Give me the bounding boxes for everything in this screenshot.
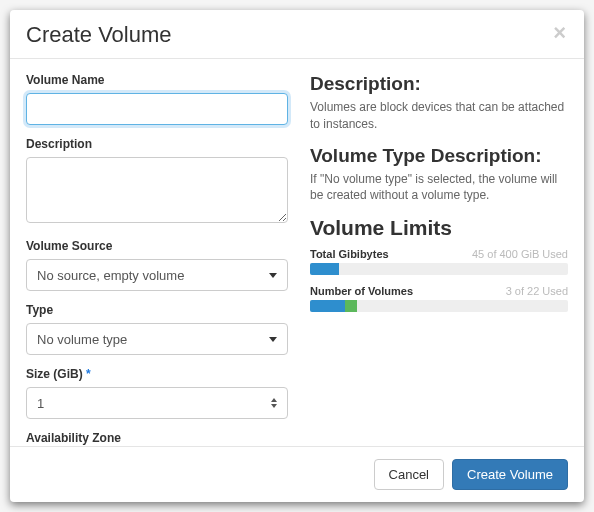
volume-source-label: Volume Source (26, 239, 288, 253)
volume-source-select[interactable]: No source, empty volume (26, 259, 288, 291)
description-textarea[interactable] (26, 157, 288, 223)
close-icon[interactable]: × (551, 22, 568, 44)
volume-source-value: No source, empty volume (37, 268, 184, 283)
number-volumes-label: Number of Volumes (310, 285, 413, 297)
required-mark: * (86, 367, 91, 381)
description-group: Description (26, 137, 288, 227)
dialog-footer: Cancel Create Volume (10, 446, 584, 502)
volume-name-label: Volume Name (26, 73, 288, 87)
volume-name-input[interactable] (26, 93, 288, 125)
caret-down-icon (269, 273, 277, 278)
availability-zone-group: Availability Zone nova (26, 431, 288, 446)
dialog-body: Volume Name Description Volume Source No… (10, 59, 584, 446)
total-gibibytes-bar (310, 263, 568, 275)
number-volumes-bar (310, 300, 568, 312)
caret-down-icon (269, 337, 277, 342)
description-heading: Description: (310, 73, 568, 95)
type-desc-heading: Volume Type Description: (310, 145, 568, 167)
volume-name-group: Volume Name (26, 73, 288, 125)
size-group: Size (GiB) * 1 (26, 367, 288, 419)
create-volume-button[interactable]: Create Volume (452, 459, 568, 490)
cancel-button[interactable]: Cancel (374, 459, 444, 490)
size-value: 1 (37, 396, 44, 411)
dialog-title: Create Volume (26, 22, 172, 48)
number-volumes-bar-pending (345, 300, 357, 312)
number-volumes-bar-used (310, 300, 345, 312)
size-stepper[interactable]: 1 (26, 387, 288, 419)
description-help-text: Volumes are block devices that can be at… (310, 99, 568, 133)
dialog-header: Create Volume × (10, 10, 584, 59)
form-column: Volume Name Description Volume Source No… (26, 73, 288, 438)
total-gibibytes-row: Total Gibibytes 45 of 400 GiB Used (310, 248, 568, 275)
volume-limits-heading: Volume Limits (310, 216, 568, 240)
description-label: Description (26, 137, 288, 151)
number-volumes-row: Number of Volumes 3 of 22 Used (310, 285, 568, 312)
number-volumes-usage: 3 of 22 Used (506, 285, 568, 297)
size-label: Size (GiB) * (26, 367, 288, 381)
total-gibibytes-label: Total Gibibytes (310, 248, 389, 260)
info-column: Description: Volumes are block devices t… (310, 73, 568, 438)
create-volume-dialog: Create Volume × Volume Name Description … (10, 10, 584, 502)
total-gibibytes-usage: 45 of 400 GiB Used (472, 248, 568, 260)
total-gibibytes-bar-used (310, 263, 339, 275)
type-group: Type No volume type (26, 303, 288, 355)
type-value: No volume type (37, 332, 127, 347)
stepper-arrows-icon[interactable] (271, 398, 277, 408)
type-desc-text: If "No volume type" is selected, the vol… (310, 171, 568, 205)
volume-source-group: Volume Source No source, empty volume (26, 239, 288, 291)
type-select[interactable]: No volume type (26, 323, 288, 355)
type-label: Type (26, 303, 288, 317)
availability-zone-label: Availability Zone (26, 431, 288, 445)
